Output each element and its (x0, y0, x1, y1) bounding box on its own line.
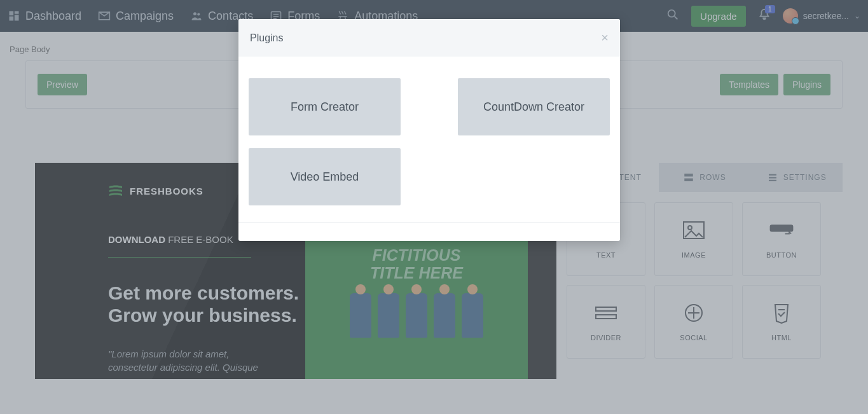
modal-footer (238, 222, 620, 241)
close-icon[interactable]: × (601, 31, 609, 45)
plugins-modal: Plugins × Form Creator CountDown Creator… (238, 19, 620, 241)
plugin-form-creator[interactable]: Form Creator (249, 78, 401, 135)
plugin-video-embed[interactable]: Video Embed (249, 148, 401, 205)
modal-header: Plugins × (238, 19, 620, 57)
modal-title: Plugins (250, 32, 283, 44)
plugin-countdown-creator[interactable]: CountDown Creator (458, 78, 610, 135)
